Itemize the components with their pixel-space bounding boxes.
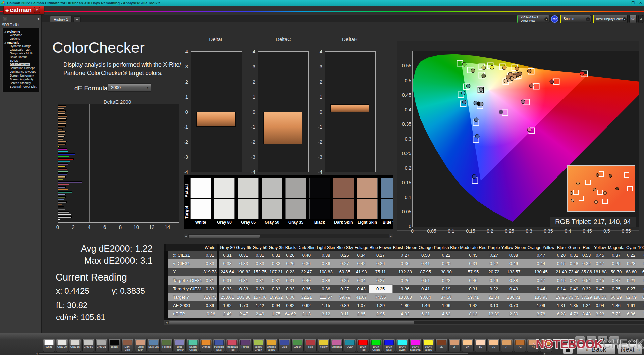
table-cell[interactable]: 59.71 <box>459 293 487 301</box>
table-scrollbar[interactable]: ◀ <box>164 320 644 325</box>
transport-play-icon[interactable]: ▶ <box>586 336 596 343</box>
table-cell[interactable]: 0.82 <box>284 301 297 310</box>
patch-button-7g[interactable]: 7G <box>514 339 526 352</box>
table-cell[interactable]: 0.34 <box>354 251 369 259</box>
table-cell[interactable]: 59.79 <box>336 293 354 301</box>
patch-button-2f[interactable]: 2F <box>448 339 461 352</box>
settings-gear-icon[interactable]: ⚙ <box>629 15 637 23</box>
tree-item-screen-stability[interactable]: Screen Stability <box>3 81 39 85</box>
table-cell[interactable]: 0.94 <box>268 301 284 310</box>
patch-button-7f[interactable]: 7F <box>501 339 513 352</box>
table-cell[interactable]: 1.24 <box>580 301 593 310</box>
table-cell[interactable]: 38.90 <box>433 268 460 276</box>
table-cell[interactable]: 0.33 <box>284 285 297 293</box>
minimize-icon[interactable]: — <box>624 1 627 5</box>
table-cell[interactable]: 7.34 <box>637 310 644 318</box>
swatch-column-gray-65[interactable]: Gray 65 <box>238 178 259 225</box>
scroll-right-icon[interactable]: ▶ <box>389 234 393 238</box>
table-cell[interactable]: 0.36 <box>392 259 418 268</box>
patch-button-blue-flower[interactable]: Blue Flower <box>174 339 186 352</box>
table-cell[interactable]: 0.54 <box>580 276 593 285</box>
patch-button-blue[interactable]: Blue <box>278 339 290 352</box>
patch-button-foliage[interactable]: Foliage <box>161 339 173 352</box>
table-cell[interactable]: 20.72 <box>487 268 500 276</box>
table-cell[interactable]: 1.42 <box>459 301 487 310</box>
table-cell[interactable]: 62.59 <box>637 268 644 276</box>
table-cell[interactable]: 181.88 <box>593 268 607 276</box>
swatch-column-blue-sky[interactable]: Blue Sky <box>381 178 393 225</box>
table-cell[interactable]: 7.72 <box>607 310 625 318</box>
table-cell[interactable]: 0.31 <box>459 259 487 268</box>
table-cell[interactable]: 1.29 <box>369 301 392 310</box>
patch-button-2k[interactable]: 2K <box>462 339 474 352</box>
patch-button-yellow-green[interactable]: Yellow Green <box>252 339 264 352</box>
tree-item-dynamic-range[interactable]: Dynamic Range <box>3 44 39 48</box>
table-cell[interactable]: 0.31 <box>219 276 235 285</box>
table-cell[interactable]: 0.45 <box>593 251 607 259</box>
table-cell[interactable]: 0.33 <box>268 285 284 293</box>
swatch-column-gray-50[interactable]: Gray 50 <box>262 178 282 225</box>
tree-group-analysis[interactable]: ◢Analysis <box>3 41 39 44</box>
table-cell[interactable]: 41.93 <box>354 268 369 276</box>
table-cell[interactable]: 0.27 <box>336 285 354 293</box>
patch-button-bluish-green[interactable]: Bluish Green <box>187 339 199 352</box>
table-cell[interactable]: 1.75 <box>268 310 284 318</box>
table-cell[interactable]: 0.45 <box>459 251 487 259</box>
patch-button-100-yellow[interactable]: 100% Yellow <box>422 339 434 352</box>
table-cell[interactable]: 0.38 <box>501 251 527 259</box>
table-cell[interactable]: 133.57 <box>501 268 527 276</box>
patch-button-green[interactable]: Green <box>291 339 304 352</box>
table-cell[interactable]: 35.86 <box>580 268 593 276</box>
table-cell[interactable]: 319.73 <box>203 268 219 276</box>
table-cell[interactable]: 1.31 <box>555 301 568 310</box>
scroll-left-icon[interactable]: ◀ <box>35 352 38 355</box>
patch-button-blue-sky[interactable]: Blue Sky <box>148 339 160 352</box>
patch-button-black[interactable]: Black <box>108 339 120 352</box>
table-cell[interactable]: 0.26 <box>392 276 418 285</box>
table-cell[interactable]: 1.70 <box>235 301 252 310</box>
table-cell[interactable]: 0.34 <box>354 276 369 285</box>
table-cell[interactable]: 0.22 <box>433 276 460 285</box>
table-cell[interactable]: 253.01 <box>219 293 235 301</box>
table-cell[interactable]: 0.25 <box>369 285 392 293</box>
patch-button-5d[interactable]: 5D <box>475 339 487 352</box>
table-cell[interactable]: 74.56 <box>369 293 392 301</box>
table-cell[interactable]: 0.40 <box>297 276 316 285</box>
patch-button-magenta[interactable]: Magenta <box>331 339 343 352</box>
table-cell[interactable]: 246.64 <box>219 268 235 276</box>
table-cell[interactable]: 0.15 <box>555 259 568 268</box>
swatch-column-dark-skin[interactable]: Dark Skin <box>333 178 354 225</box>
table-cell[interactable]: 0.39 <box>203 301 219 310</box>
table-cell[interactable]: 6.21 <box>418 310 433 318</box>
table-cell[interactable]: 0.27 <box>392 251 418 259</box>
transport-pause-icon[interactable]: ❚❚ <box>598 336 608 343</box>
table-cell[interactable]: 0.25 <box>336 276 354 285</box>
table-cell[interactable]: 0.22 <box>625 251 637 259</box>
table-cell[interactable]: 0.41 <box>418 259 433 268</box>
table-cell[interactable]: 1.06 <box>433 301 460 310</box>
table-cell[interactable]: 1.82 <box>219 301 235 310</box>
table-cell[interactable]: 0.31 <box>568 276 581 285</box>
table-cell[interactable]: 0.37 <box>607 276 625 285</box>
table-cell[interactable]: 188.53 <box>593 293 607 301</box>
back-button[interactable]: « Back <box>576 344 616 355</box>
transport-next-icon[interactable]: ⏭ <box>609 336 619 343</box>
tree-item-grayscale-2pt[interactable]: Grayscale - 2pt <box>3 48 39 52</box>
maximize-icon[interactable]: ❐ <box>632 1 635 5</box>
table-cell[interactable]: 0.62 <box>297 301 316 310</box>
table-cell[interactable]: 0.14 <box>555 285 568 293</box>
table-cell[interactable]: 62.09 <box>625 293 637 301</box>
table-cell[interactable]: 0.64 <box>637 251 644 259</box>
table-cell[interactable]: 2.47 <box>235 310 252 318</box>
table-cell[interactable]: 0.47 <box>593 259 607 268</box>
table-cell[interactable]: 0.31 <box>459 285 487 293</box>
table-cell[interactable]: 32.21 <box>297 293 316 301</box>
swatch-column-white[interactable]: White <box>190 178 211 225</box>
tree-item-color-gamut[interactable]: Color Gamut <box>3 55 39 59</box>
table-cell[interactable]: 0.53 <box>580 251 593 259</box>
table-cell[interactable]: 0.46 <box>459 276 487 285</box>
table-cell[interactable]: 111.57 <box>316 293 336 301</box>
logo-menu-caret-icon[interactable]: ▼ <box>34 7 40 13</box>
table-cell[interactable]: 0.44 <box>527 285 555 293</box>
table-cell[interactable]: 0.31 <box>203 251 219 259</box>
